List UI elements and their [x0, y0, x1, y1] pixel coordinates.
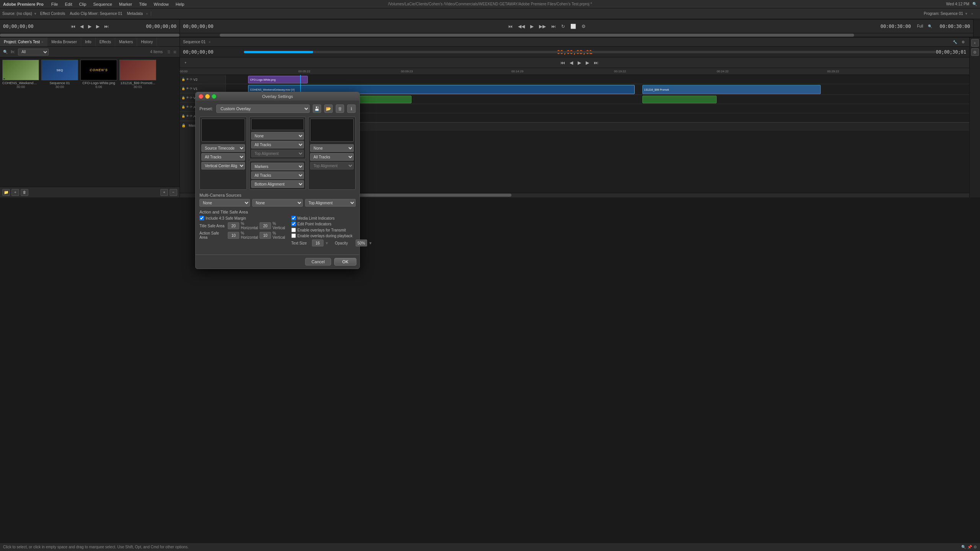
clip-promo-video[interactable]: 131216_$99 Promoti [642, 85, 821, 94]
project-tab-close[interactable]: × [41, 40, 43, 44]
program-dropdown-icon[interactable]: ▼ [965, 12, 968, 16]
v1b-eye[interactable]: 👁 [186, 96, 189, 99]
ok-button[interactable]: OK [334, 258, 356, 266]
prog-skip-to-out[interactable]: ⏭ [550, 23, 557, 30]
action-safe-h-input[interactable]: 10 [228, 232, 239, 239]
mid-top-select-2[interactable]: All Tracks [251, 141, 304, 148]
a1-sync[interactable]: ⟳ [190, 114, 193, 118]
new-bin-btn[interactable]: 📁 [2, 189, 10, 196]
menu-window[interactable]: Window [151, 1, 172, 7]
list-item[interactable]: COHENS_WeekendGet... 30:00 [2, 60, 39, 89]
tab-media-browser[interactable]: Media Browser [47, 37, 81, 46]
text-size-dropdown[interactable]: ▼ [325, 241, 329, 245]
menu-help[interactable]: Help [173, 1, 188, 7]
preset-info-btn[interactable]: ℹ [347, 104, 356, 113]
include-43-checkbox[interactable] [199, 216, 204, 220]
clear-btn[interactable]: 🗑 [21, 189, 28, 196]
program-scrollbar-thumb[interactable] [220, 34, 854, 37]
dialog-close-btn[interactable] [199, 94, 203, 99]
source-panel-close[interactable]: × [146, 12, 148, 16]
v1b-sync[interactable]: ⟳ [190, 96, 193, 99]
right-select-1[interactable]: None [310, 144, 354, 152]
left-source-select-3[interactable]: Vertical Center Alignment [201, 162, 245, 170]
tab-project[interactable]: Project: Cohen's Test × [0, 37, 47, 46]
prog-safe[interactable]: ⬜ [569, 23, 578, 30]
thumb-image-2[interactable]: COHEN'S [80, 60, 117, 80]
program-scrollbar[interactable] [180, 33, 973, 37]
search-icon[interactable]: 🔍 [972, 2, 977, 6]
thumb-image-0[interactable] [2, 60, 39, 80]
v1-lock[interactable]: 🔒 [181, 87, 185, 90]
list-icon[interactable]: ☰ [167, 50, 170, 54]
tl-play[interactable]: ▶ [576, 59, 583, 66]
prog-play[interactable]: ▶ [529, 23, 535, 30]
grid-icon[interactable]: ⊞ [173, 50, 176, 54]
tab-info[interactable]: Info [81, 37, 96, 46]
prog-step-fwd[interactable]: ▶▶ [537, 23, 547, 30]
multi-cam-select-2[interactable]: None [252, 199, 303, 207]
source-scrollbar-thumb[interactable] [0, 34, 180, 37]
menu-clip[interactable]: Clip [76, 1, 89, 7]
title-safe-h-input[interactable]: 20 [228, 222, 239, 229]
metadata-tab[interactable]: Metadata [127, 11, 143, 16]
source-scrollbar[interactable] [0, 33, 180, 37]
add-track-btn[interactable]: + [971, 39, 979, 47]
timeline-playback-bar[interactable] [244, 51, 936, 53]
v2-eye[interactable]: 👁 [186, 78, 189, 81]
source-step-fwd[interactable]: ▶ [95, 23, 101, 30]
menu-sequence[interactable]: Sequence [90, 1, 115, 7]
edit-point-checkbox[interactable] [291, 222, 296, 226]
opacity-dropdown[interactable]: ▼ [369, 241, 372, 245]
tab-effects[interactable]: Effects [96, 37, 115, 46]
multi-cam-select-1[interactable]: None [199, 199, 250, 207]
program-panel-close[interactable]: × [971, 12, 973, 16]
master-lock[interactable]: 🔒 [181, 124, 186, 127]
menu-marker[interactable]: Marker [116, 1, 135, 7]
zoom-icon[interactable]: 🔍 [928, 24, 932, 28]
list-item[interactable]: SEQ Sequence 01 30:00 [41, 60, 78, 89]
audio-clip-mixer-tab[interactable]: Audio Clip Mixer: Sequence 01 [70, 11, 122, 16]
menu-file[interactable]: File [48, 1, 61, 7]
a2-eye[interactable]: 👁 [186, 105, 189, 109]
right-select-2[interactable]: All Tracks [310, 153, 354, 161]
status-icon-3[interactable]: ⚙ [973, 545, 977, 549]
dialog-minimize-btn[interactable] [205, 94, 210, 99]
prog-settings[interactable]: ⚙ [580, 23, 587, 30]
source-step-back[interactable]: ◀ [78, 23, 85, 30]
mid-top-select-3[interactable]: Top Alignment [251, 150, 304, 157]
a1-eye[interactable]: 👁 [186, 114, 189, 118]
tl-add-track[interactable]: + [183, 60, 188, 65]
source-skip-fwd[interactable]: ⏭ [103, 23, 110, 30]
tl-skip-back[interactable]: ⏮ [559, 59, 567, 66]
mid-bottom-select-3[interactable]: Bottom Alignment [251, 180, 304, 188]
timeline-tool-1[interactable]: 🔧 [951, 39, 959, 45]
media-limit-checkbox[interactable] [291, 216, 296, 220]
timeline-settings-btn[interactable]: ⚙ [971, 48, 979, 56]
text-size-input[interactable]: 16 [312, 240, 323, 246]
timeline-close-icon[interactable]: × [209, 40, 211, 44]
mid-top-select-1[interactable]: None [251, 132, 304, 140]
right-select-3[interactable]: Top Alignment [310, 162, 354, 170]
tl-step-fwd[interactable]: ▶ [584, 59, 591, 66]
status-icon-1[interactable]: 🔍 [961, 545, 966, 549]
preset-dropdown[interactable]: Custom Overlay [216, 104, 310, 113]
source-play[interactable]: ▶ [87, 23, 93, 30]
playback-checkbox[interactable] [291, 233, 296, 238]
clip-audio-2[interactable] [642, 96, 717, 103]
zoom-level[interactable]: Full [917, 24, 923, 28]
new-item-btn[interactable]: + [11, 189, 19, 196]
tl-step-back[interactable]: ◀ [568, 59, 575, 66]
v2-sync[interactable]: ⟳ [190, 78, 193, 81]
title-safe-v-input[interactable]: 20 [260, 222, 271, 229]
menu-title[interactable]: Title [136, 1, 150, 7]
action-safe-v-input[interactable]: 10 [260, 232, 271, 239]
zoom-out-btn[interactable]: − [170, 189, 177, 196]
zoom-in-btn[interactable]: + [160, 189, 168, 196]
thumb-image-3[interactable] [119, 60, 156, 80]
cancel-button[interactable]: Cancel [305, 258, 331, 266]
in-dropdown[interactable]: All [18, 49, 49, 55]
source-dropdown-icon[interactable]: ▼ [34, 12, 37, 16]
menu-edit[interactable]: Edit [62, 1, 75, 7]
tl-skip-fwd[interactable]: ⏭ [592, 59, 600, 66]
effect-controls-tab[interactable]: Effect Controls [40, 11, 65, 16]
